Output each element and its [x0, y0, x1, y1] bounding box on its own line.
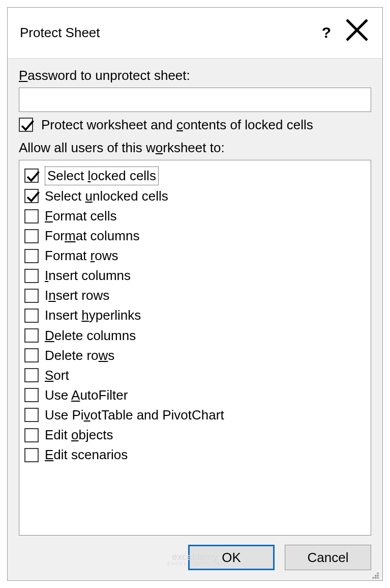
permission-checkbox[interactable]: [24, 189, 39, 203]
list-item: Format rows: [24, 247, 366, 265]
dialog-title: Protect Sheet: [20, 24, 311, 42]
permission-label: Insert hyperlinks: [45, 306, 141, 324]
permission-label: Delete columns: [45, 327, 136, 345]
close-icon[interactable]: [342, 15, 372, 51]
button-row: OK Cancel exceldemy EXCEL · DATA · BI: [8, 536, 382, 580]
list-item: Format columns: [24, 227, 366, 245]
protect-contents-label: Protect worksheet and contents of locked…: [41, 116, 313, 134]
help-icon[interactable]: ?: [311, 22, 342, 43]
password-input[interactable]: [19, 88, 371, 112]
permission-checkbox[interactable]: [24, 348, 39, 362]
protect-contents-checkbox[interactable]: [19, 118, 33, 132]
list-item: Edit objects: [24, 426, 366, 444]
svg-rect-4: [377, 575, 378, 576]
permission-checkbox[interactable]: [24, 309, 39, 323]
permission-label: Select unlocked cells: [45, 187, 168, 205]
permission-checkbox[interactable]: [24, 169, 39, 183]
list-item: Use AutoFilter: [24, 386, 366, 404]
resize-grip-icon[interactable]: [369, 567, 380, 578]
permissions-list[interactable]: Select locked cellsSelect unlocked cells…: [19, 160, 371, 536]
permission-label: Edit objects: [45, 426, 113, 444]
ok-button[interactable]: OK: [188, 545, 275, 570]
permission-checkbox[interactable]: [24, 428, 39, 442]
protect-sheet-dialog: Protect Sheet ? Password to unprotect sh…: [7, 7, 383, 581]
protect-contents-row: Protect worksheet and contents of locked…: [19, 116, 371, 134]
password-label: Password to unprotect sheet:: [19, 67, 371, 85]
permission-label: Insert rows: [45, 287, 109, 304]
allow-label: Allow all users of this worksheet to:: [19, 139, 371, 157]
list-item: Select unlocked cells: [24, 187, 366, 205]
permission-label: Delete rows: [45, 347, 114, 365]
list-item: Sort: [24, 367, 366, 384]
svg-rect-7: [377, 577, 378, 578]
permission-checkbox[interactable]: [24, 269, 39, 283]
permission-label: Format columns: [45, 227, 139, 245]
permission-label: Select locked cells: [45, 166, 159, 185]
list-item: Format cells: [24, 207, 366, 225]
permission-label: Format rows: [45, 247, 118, 265]
cancel-button[interactable]: Cancel: [285, 545, 371, 570]
svg-rect-6: [375, 577, 376, 578]
list-item: Delete columns: [24, 327, 366, 345]
permission-checkbox[interactable]: [24, 229, 39, 243]
permission-label: Edit scenarios: [45, 446, 128, 464]
dialog-body: Password to unprotect sheet: Protect wor…: [8, 59, 382, 536]
permission-label: Format cells: [45, 207, 117, 225]
permission-checkbox[interactable]: [24, 209, 39, 223]
svg-rect-5: [373, 577, 374, 578]
permission-label: Sort: [45, 367, 69, 384]
permission-checkbox[interactable]: [24, 289, 39, 303]
permission-checkbox[interactable]: [24, 328, 39, 343]
permission-checkbox[interactable]: [24, 448, 39, 462]
permission-checkbox[interactable]: [24, 388, 39, 402]
list-item: Use PivotTable and PivotChart: [24, 406, 366, 424]
list-item: Insert rows: [24, 287, 366, 304]
permission-checkbox[interactable]: [24, 368, 39, 382]
permission-label: Insert columns: [45, 267, 131, 285]
list-item: Delete rows: [24, 347, 366, 365]
titlebar: Protect Sheet ?: [8, 8, 382, 58]
list-item: Insert columns: [24, 267, 366, 285]
list-item: Edit scenarios: [24, 446, 366, 464]
permission-label: Use AutoFilter: [45, 386, 128, 404]
list-item: Insert hyperlinks: [24, 306, 366, 324]
svg-rect-3: [375, 575, 376, 576]
permission-checkbox[interactable]: [24, 249, 39, 263]
permission-checkbox[interactable]: [24, 408, 39, 422]
list-item: Select locked cells: [24, 166, 366, 185]
svg-rect-2: [377, 573, 378, 574]
permission-label: Use PivotTable and PivotChart: [45, 406, 224, 424]
